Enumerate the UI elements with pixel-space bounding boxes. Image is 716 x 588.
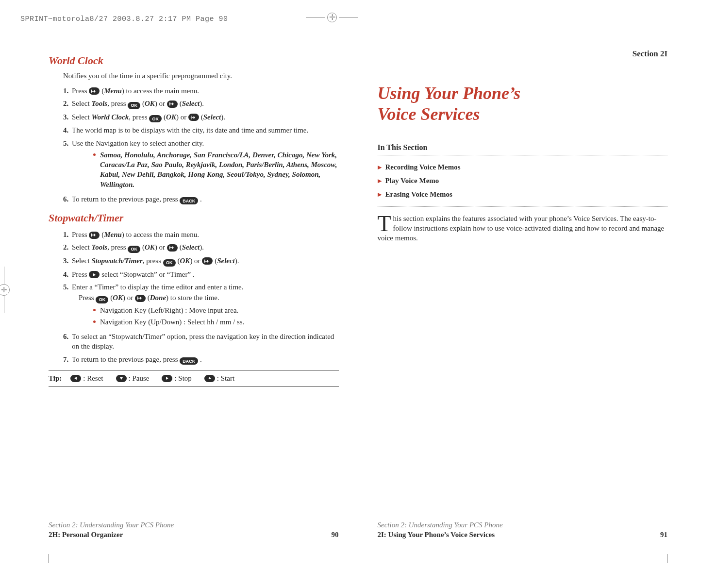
nav-menu-icon bbox=[202, 257, 213, 265]
nav-menu-icon bbox=[89, 87, 100, 95]
ok-key-icon: OK bbox=[128, 246, 140, 253]
page-left: World Clock Notifies you of the time in … bbox=[49, 49, 339, 539]
print-header: SPRINT~motorola8/27 2003.8.27 2:17 PM Pa… bbox=[20, 15, 228, 24]
bullet: Samoa, Honolulu, Anchorage, San Francisc… bbox=[93, 149, 339, 190]
tip-bar: Tip: : Reset : Pause : Stop : Start bbox=[49, 370, 339, 386]
nav-menu-icon bbox=[167, 244, 178, 252]
bullet: Navigation Key (Up/Down) : Select hh / m… bbox=[93, 316, 339, 328]
step: 4.The world map is to be displays with t… bbox=[63, 124, 339, 136]
nav-up-icon bbox=[204, 375, 215, 382]
section-label: Section 2I bbox=[378, 49, 668, 60]
nav-right-icon bbox=[162, 375, 172, 382]
step: 1.Press (Menu) to access the main menu. bbox=[63, 228, 339, 241]
stopwatch-steps: 1.Press (Menu) to access the main menu.2… bbox=[63, 228, 339, 366]
step: 3.Select World Clock, press OK (OK) or (… bbox=[63, 111, 339, 124]
back-key-icon: BACK bbox=[180, 357, 198, 365]
crop-marks bbox=[0, 554, 716, 563]
step: 5.Enter a “Timer” to display the time ed… bbox=[63, 281, 339, 330]
in-this-section-heading: In This Section bbox=[378, 142, 668, 155]
step: 6.To select an “Stopwatch/Timer” option,… bbox=[63, 330, 339, 353]
back-key-icon: BACK bbox=[180, 197, 198, 204]
nav-menu-icon bbox=[135, 295, 146, 302]
page-number-left: 90 bbox=[332, 530, 339, 539]
step: 7.To return to the previous page, press … bbox=[63, 353, 339, 367]
footer-right-top: Section 2: Understanding Your PCS Phone bbox=[378, 520, 668, 530]
toc-item-label: Recording Voice Memos bbox=[385, 162, 461, 172]
step: 5.Use the Navigation key to select anoth… bbox=[63, 137, 339, 193]
dropcap: T bbox=[378, 214, 393, 232]
step: 2.Select Tools, press OK (OK) or (Select… bbox=[63, 241, 339, 254]
registration-mark-top: ✛ bbox=[306, 13, 358, 22]
tip-item: : Reset bbox=[70, 373, 103, 383]
triangle-icon: ▶ bbox=[378, 164, 382, 171]
footer-left: Section 2: Understanding Your PCS Phone … bbox=[49, 520, 339, 540]
ok-key-icon: OK bbox=[163, 259, 176, 267]
tip-item: : Pause bbox=[116, 373, 150, 383]
toc-item-label: Play Voice Memo bbox=[385, 176, 439, 185]
tip-item: : Start bbox=[204, 373, 234, 383]
world-clock-steps: 1.Press (Menu) to access the main menu.2… bbox=[63, 84, 339, 206]
nav-menu-icon bbox=[188, 114, 199, 121]
page-title: Using Your Phone’s Voice Services bbox=[378, 83, 668, 125]
tip-item: : Stop bbox=[162, 373, 191, 383]
page-right: Section 2I Using Your Phone’s Voice Serv… bbox=[378, 49, 668, 539]
nav-down-icon bbox=[116, 375, 127, 382]
heading-world-clock: World Clock bbox=[49, 53, 339, 68]
page-number-right: 91 bbox=[660, 530, 667, 539]
nav-right-icon bbox=[89, 271, 100, 278]
footer-right-section: 2I: Using Your Phone’s Voice Services bbox=[378, 530, 495, 539]
toc-list: ▶Recording Voice Memos▶Play Voice Memo▶E… bbox=[378, 160, 668, 207]
world-clock-lead: Notifies you of the time in a specific p… bbox=[63, 71, 339, 81]
toc-item: ▶Play Voice Memo bbox=[378, 174, 668, 187]
triangle-icon: ▶ bbox=[378, 191, 382, 198]
intro-text: his section explains the features associ… bbox=[378, 215, 665, 242]
step: 1.Press (Menu) to access the main menu. bbox=[63, 84, 339, 97]
tip-label: Tip: bbox=[49, 373, 62, 383]
print-header-text: SPRINT~motorola8/27 2003.8.27 2:17 PM Pa… bbox=[20, 15, 228, 24]
toc-item: ▶Erasing Voice Memos bbox=[378, 187, 668, 201]
ok-key-icon: OK bbox=[96, 296, 108, 303]
step: 6.To return to the previous page, press … bbox=[63, 193, 339, 206]
toc-item-label: Erasing Voice Memos bbox=[385, 189, 452, 199]
footer-right: Section 2: Understanding Your PCS Phone … bbox=[378, 520, 668, 540]
nav-menu-icon bbox=[167, 101, 178, 108]
step: 4.Press select “Stopwatch” or “Timer” . bbox=[63, 268, 339, 281]
footer-left-top: Section 2: Understanding Your PCS Phone bbox=[49, 520, 339, 530]
registration-mark-left: ✛ bbox=[0, 284, 10, 296]
step: 2.Select Tools, press OK (OK) or (Select… bbox=[63, 97, 339, 111]
ok-key-icon: OK bbox=[149, 115, 162, 122]
bullet: Navigation Key (Left/Right) : Move input… bbox=[93, 304, 339, 316]
toc-item: ▶Recording Voice Memos bbox=[378, 160, 668, 174]
nav-menu-icon bbox=[89, 232, 100, 239]
nav-left-icon bbox=[70, 375, 81, 382]
ok-key-icon: OK bbox=[128, 102, 140, 109]
intro-paragraph: T his section explains the features asso… bbox=[378, 214, 668, 243]
step: 3.Select Stopwatch/Timer, press OK (OK) … bbox=[63, 254, 339, 268]
heading-stopwatch: Stopwatch/Timer bbox=[49, 211, 339, 225]
footer-left-section: 2H: Personal Organizer bbox=[49, 530, 123, 539]
triangle-icon: ▶ bbox=[378, 177, 382, 185]
